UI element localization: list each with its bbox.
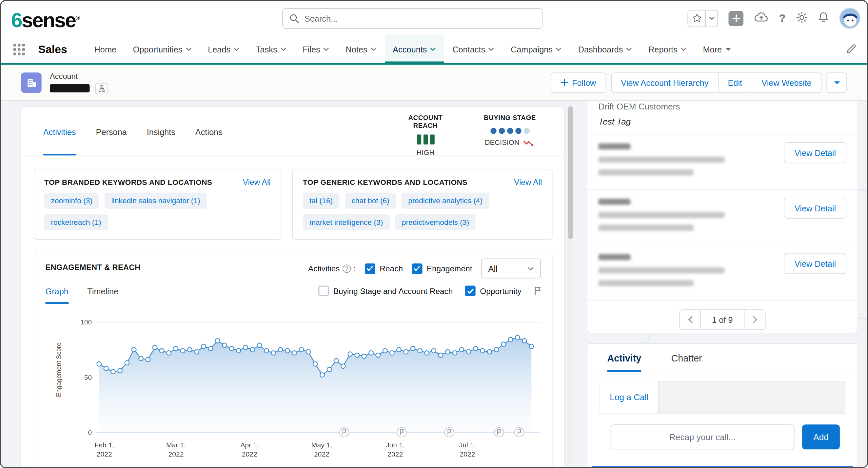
chevron-down-icon (371, 48, 376, 51)
branded-keyword-pill[interactable]: rocketreach (1) (44, 214, 108, 230)
app-launcher-waffle-icon[interactable] (13, 43, 25, 55)
trend-down-icon (523, 138, 535, 147)
nav-tab-more[interactable]: More (694, 35, 740, 63)
tab-timeline[interactable]: Timeline (87, 287, 118, 304)
timeline-flag-marker[interactable] (444, 428, 454, 437)
nav-tab-leads[interactable]: Leads (199, 35, 248, 63)
scrollbar-thumb[interactable] (568, 106, 573, 239)
add-button[interactable]: Add (802, 425, 840, 449)
call-recap-input[interactable] (611, 425, 795, 449)
engagement-checkbox[interactable]: Engagement (412, 263, 472, 274)
log-a-call-subtab[interactable]: Log a Call (600, 381, 659, 414)
nav-tab-contacts[interactable]: Contacts (444, 35, 502, 63)
help-icon[interactable]: ? (779, 12, 786, 24)
view-detail-button[interactable]: View Detail (784, 198, 846, 219)
nav-tab-campaigns[interactable]: Campaigns (502, 35, 570, 63)
svg-text:Jun 1,: Jun 1, (386, 441, 405, 449)
tab-activity[interactable]: Activity (608, 353, 642, 372)
generic-keyword-pill[interactable]: tal (16) (303, 193, 340, 209)
chevron-down-icon (323, 48, 329, 51)
view-account-hierarchy-button[interactable]: View Account Hierarchy (611, 72, 718, 93)
timeline-flag-marker[interactable] (515, 428, 524, 437)
timeline-flag-marker[interactable] (494, 428, 504, 437)
favorites-control[interactable] (688, 10, 718, 27)
6sense-logo: 6sense® (11, 6, 80, 33)
checkbox-checked-icon (365, 263, 375, 274)
buying-stage-value: DECISION (485, 138, 520, 147)
search-input[interactable] (305, 14, 535, 23)
activities-filter-select[interactable]: All (481, 258, 541, 279)
generic-keyword-pill[interactable]: chat bot (6) (345, 193, 396, 209)
branded-view-all-link[interactable]: View All (243, 178, 271, 186)
opportunity-checkbox[interactable]: Opportunity (465, 285, 522, 296)
timeline-flag-marker[interactable] (397, 428, 406, 437)
branded-keyword-pill[interactable]: linkedin sales navigator (1) (104, 193, 207, 209)
panel-scrollbar[interactable] (568, 106, 573, 464)
engagement-card-title: ENGAGEMENT & REACH (45, 263, 140, 272)
nav-tab-tasks[interactable]: Tasks (248, 35, 294, 63)
timeline-flag-marker[interactable] (340, 428, 349, 437)
activity-tabs: Activity Chatter (587, 344, 858, 371)
account-reach-value: HIGH (396, 149, 454, 157)
panel-tab-activities[interactable]: Activities (43, 127, 76, 137)
svg-text:Jul 1,: Jul 1, (459, 441, 476, 449)
panel-tab-insights[interactable]: Insights (147, 127, 175, 137)
generic-keyword-pill[interactable]: predictivemodels (3) (395, 214, 476, 230)
nav-tab-opportunities[interactable]: Opportunities (125, 35, 199, 63)
favorites-star-icon[interactable] (688, 10, 705, 26)
activities-help-icon[interactable] (343, 264, 351, 272)
pagination-next-chevron-icon[interactable] (744, 309, 766, 330)
chevron-down-icon (488, 48, 494, 51)
svg-text:2022: 2022 (97, 450, 112, 458)
reach-checkbox[interactable]: Reach (365, 263, 403, 274)
generic-keyword-pill[interactable]: market intelligence (3) (303, 214, 390, 230)
branded-keyword-pill[interactable]: zoominfo (3) (44, 193, 99, 209)
global-header: 6sense® ? (1, 1, 867, 35)
follow-button[interactable]: Follow (551, 72, 606, 93)
engagement-reach-card: ENGAGEMENT & REACH Activities : Reach En… (34, 252, 552, 468)
view-detail-button[interactable]: View Detail (784, 142, 846, 163)
svg-text:2022: 2022 (242, 450, 257, 458)
nav-tab-notes[interactable]: Notes (337, 35, 384, 63)
panel-tab-actions[interactable]: Actions (195, 127, 223, 137)
quick-create-icon[interactable] (729, 11, 744, 26)
setup-gear-icon[interactable] (796, 11, 807, 25)
view-detail-button[interactable]: View Detail (784, 253, 846, 274)
account-reach-metric: ACCOUNT REACH HIGH (396, 114, 454, 157)
chevron-down-icon (430, 48, 436, 51)
user-avatar[interactable] (839, 8, 860, 29)
branded-keywords-card: TOP BRANDED KEYWORDS AND LOCATIONS View … (34, 169, 281, 240)
more-actions-chevron-down-icon[interactable] (826, 72, 847, 93)
svg-text:Apr 1,: Apr 1, (240, 441, 259, 449)
tab-chatter[interactable]: Chatter (671, 353, 702, 371)
panel-tab-persona[interactable]: Persona (96, 127, 127, 137)
edit-button[interactable]: Edit (718, 72, 752, 93)
view-website-button[interactable]: View Website (752, 72, 822, 93)
nav-tab-files[interactable]: Files (294, 35, 337, 63)
generic-view-all-link[interactable]: View All (514, 178, 542, 186)
nav-tab-reports[interactable]: Reports (640, 35, 694, 63)
favorites-chevron-down-icon[interactable] (705, 10, 717, 26)
plus-icon (561, 79, 568, 86)
tab-graph[interactable]: Graph (45, 287, 68, 304)
account-record-header: Account Follow View Account Hierarchy Ed… (1, 65, 867, 101)
global-search[interactable] (282, 8, 542, 29)
logo-registered-mark: ® (76, 14, 80, 21)
redacted-text-lines (598, 198, 725, 231)
nav-tab-home[interactable]: Home (86, 35, 125, 63)
engagement-chart[interactable]: 100500Feb 1,2022Mar 1,2022Apr 1,2022May … (34, 308, 553, 468)
buying-stage-reach-checkbox[interactable]: Buying Stage and Account Reach (318, 285, 453, 296)
checkbox-unchecked-icon (318, 285, 329, 296)
flag-icon[interactable] (534, 286, 542, 295)
notifications-bell-icon[interactable] (818, 11, 829, 25)
browser-window: 6sense® ? (0, 0, 868, 468)
generic-keyword-pill[interactable]: predictive analytics (4) (402, 193, 489, 209)
record-action-buttons: Follow View Account Hierarchy Edit View … (551, 72, 847, 93)
cloud-upload-icon[interactable] (754, 11, 769, 25)
record-button-group: View Account Hierarchy Edit View Website (611, 72, 822, 93)
edit-navigation-pencil-icon[interactable] (846, 44, 856, 54)
pagination-prev-chevron-icon[interactable] (679, 309, 701, 330)
nav-tab-accounts[interactable]: Accounts (384, 35, 444, 63)
nav-tab-dashboards[interactable]: Dashboards (570, 35, 640, 63)
account-hierarchy-icon[interactable] (95, 83, 108, 94)
